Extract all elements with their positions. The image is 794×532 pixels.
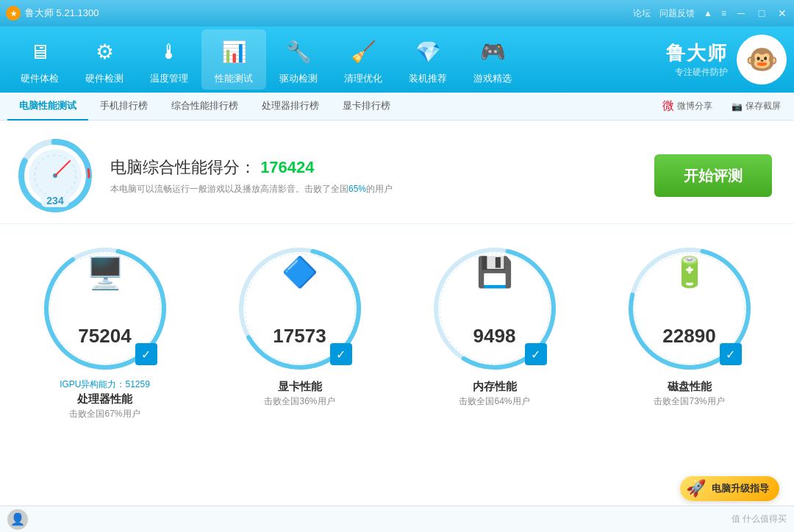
- rocket-icon: 🚀: [686, 479, 706, 498]
- app-logo-icon: ★: [6, 6, 21, 21]
- start-btn[interactable]: 开始评测: [654, 154, 772, 197]
- tab-gpu-rank[interactable]: 显卡排行榜: [331, 93, 402, 121]
- upgrade-label: 电脑升级指导: [712, 482, 769, 495]
- tab-phone-rank[interactable]: 手机排行榜: [88, 93, 160, 121]
- app-title: 鲁大师 5.21.1300: [25, 7, 633, 20]
- camera-icon: 📷: [732, 101, 743, 112]
- temp-icon: 🌡: [151, 34, 187, 69]
- perf-card-cpu: 🖥️ 75204 ✓ IGPU异构能力：51259 处理器性能 击败全国67%用…: [24, 239, 186, 420]
- tab-bar: 电脑性能测试 手机排行榜 综合性能排行榜 处理器排行榜 显卡排行榜 微 微博分享…: [0, 93, 794, 121]
- cpu-check-icon: ✓: [135, 343, 157, 365]
- title-actions: 论坛 问题反馈 ▲ ≡ ─ □ ✕: [633, 7, 788, 20]
- main-content: 234 电脑综合性能得分： 176424 本电脑可以流畅运行一般游戏以及播放高清…: [0, 121, 794, 532]
- nav-label-recommend: 装机推荐: [409, 72, 447, 85]
- circle-container-disk: 🔋 22890 ✓: [620, 239, 759, 378]
- share-icon[interactable]: ▲: [704, 8, 712, 18]
- nav-item-game[interactable]: 🎮 游戏精选: [460, 29, 525, 90]
- driver-icon: 🔧: [281, 34, 316, 69]
- disk-score: 22890: [662, 325, 715, 348]
- tab-综合排行[interactable]: 综合性能排行榜: [160, 93, 250, 121]
- gauge-number: 234: [40, 194, 69, 207]
- recommend-icon: 💎: [410, 34, 446, 69]
- restore-button[interactable]: □: [756, 7, 768, 19]
- memory-check-icon: ✓: [525, 343, 547, 365]
- nav-item-perf[interactable]: 📊 性能测试: [201, 29, 266, 90]
- nav-bar: 🖥 硬件体检 ⚙ 硬件检测 🌡 温度管理 📊 性能测试 🔧 驱动检测 🧹 清理优…: [0, 26, 794, 93]
- disk-card-name: 磁盘性能: [668, 380, 712, 394]
- cpu-card-rank: 击败全国67%用户: [69, 408, 140, 420]
- nav-item-hardware[interactable]: 🖥 硬件体检: [7, 29, 72, 90]
- memory-score: 9498: [473, 325, 516, 348]
- disk-check-icon: ✓: [720, 343, 742, 365]
- user-avatar: 👤: [7, 509, 28, 530]
- clean-icon: 🧹: [346, 34, 381, 69]
- circle-container-cpu: 🖥️ 75204 ✓: [35, 239, 175, 378]
- memory-icon: 💾: [476, 255, 513, 290]
- nav-label-temp: 温度管理: [150, 72, 188, 85]
- wifi-icon: ≡: [721, 8, 726, 18]
- score-section: 234 电脑综合性能得分： 176424 本电脑可以流畅运行一般游戏以及播放高清…: [0, 121, 794, 224]
- cpu-icon: 🖥️: [86, 255, 124, 291]
- save-screenshot-button[interactable]: 📷 保存截屏: [726, 97, 787, 115]
- disk-card-rank: 击败全国73%用户: [654, 395, 724, 408]
- circle-container-gpu: 🔷 17573 ✓: [230, 239, 370, 378]
- tab-pc-perf[interactable]: 电脑性能测试: [7, 93, 88, 121]
- score-info: 电脑综合性能得分： 176424 本电脑可以流畅运行一般游戏以及播放高清影音。击…: [110, 157, 654, 195]
- gpu-score: 17573: [273, 325, 326, 348]
- memory-card-name: 内存性能: [473, 380, 517, 394]
- brand-text: 鲁大师 专注硬件防护: [666, 40, 728, 79]
- nav-label-perf: 性能测试: [215, 72, 253, 85]
- brand: 鲁大师 专注硬件防护 🐵: [666, 35, 787, 85]
- cpu-igpu-label: IGPU异构能力：51259: [60, 378, 150, 391]
- title-bar: ★ 鲁大师 5.21.1300 论坛 问题反馈 ▲ ≡ ─ □ ✕: [0, 0, 794, 26]
- cards-section: 🖥️ 75204 ✓ IGPU异构能力：51259 处理器性能 击败全国67%用…: [0, 224, 794, 428]
- weibo-share-button[interactable]: 微 微博分享: [657, 96, 718, 117]
- nav-item-driver[interactable]: 🔧 驱动检测: [266, 29, 331, 90]
- hardware-icon: 🖥: [22, 34, 57, 69]
- brand-avatar: 🐵: [737, 35, 787, 85]
- circle-container-memory: 💾 9498 ✓: [425, 239, 565, 378]
- cpu-card-name: 处理器性能: [77, 392, 132, 406]
- nav-label-hardware: 硬件体检: [21, 72, 59, 85]
- game-icon: 🎮: [475, 34, 510, 69]
- perf-icon: 📊: [216, 34, 251, 69]
- forum-link[interactable]: 论坛: [633, 7, 651, 20]
- brand-name: 鲁大师: [666, 40, 728, 66]
- weibo-icon: 微: [662, 98, 674, 114]
- score-title: 电脑综合性能得分： 176424: [110, 157, 654, 179]
- score-desc: 本电脑可以流畅运行一般游戏以及播放高清影音。击败了全国65%的用户: [110, 183, 654, 195]
- cpu-score: 75204: [78, 325, 131, 348]
- perf-card-gpu: 🔷 17573 ✓ 显卡性能 击败全国36%用户: [219, 239, 381, 408]
- gpu-check-icon: ✓: [330, 343, 352, 365]
- perf-card-disk: 🔋 22890 ✓ 磁盘性能 击败全国73%用户: [609, 239, 770, 408]
- brand-sub: 专注硬件防护: [666, 66, 728, 79]
- nav-item-temp[interactable]: 🌡 温度管理: [137, 29, 201, 90]
- gpu-icon: 🔷: [282, 255, 318, 290]
- watermark: 值 什么值得买: [732, 513, 787, 525]
- bottom-bar: 👤 值 什么值得买: [0, 506, 794, 532]
- memory-card-rank: 击败全国64%用户: [459, 395, 529, 408]
- score-value: 176424: [260, 158, 314, 176]
- tab-cpu-rank[interactable]: 处理器排行榜: [250, 93, 331, 121]
- nav-label-game: 游戏精选: [473, 72, 512, 85]
- tab-actions: 微 微博分享 📷 保存截屏: [657, 96, 787, 117]
- perf-card-memory: 💾 9498 ✓ 内存性能 击败全国64%用户: [414, 239, 576, 408]
- disk-icon: 🔋: [671, 255, 708, 290]
- nav-item-recommend[interactable]: 💎 装机推荐: [396, 29, 460, 90]
- detect-icon: ⚙: [87, 34, 122, 69]
- nav-item-detect[interactable]: ⚙ 硬件检测: [72, 29, 137, 90]
- gpu-card-rank: 击败全国36%用户: [264, 395, 335, 408]
- nav-label-detect: 硬件检测: [85, 72, 124, 85]
- upgrade-hint[interactable]: 🚀 电脑升级指导: [680, 476, 779, 501]
- gpu-card-name: 显卡性能: [278, 380, 322, 394]
- close-button[interactable]: ✕: [776, 7, 788, 19]
- feedback-link[interactable]: 问题反馈: [659, 7, 695, 20]
- gauge-container: 234: [15, 135, 96, 216]
- nav-item-clean[interactable]: 🧹 清理优化: [331, 29, 396, 90]
- nav-label-clean: 清理优化: [344, 72, 382, 85]
- nav-label-driver: 驱动检测: [279, 72, 318, 85]
- minimize-button[interactable]: ─: [735, 7, 747, 19]
